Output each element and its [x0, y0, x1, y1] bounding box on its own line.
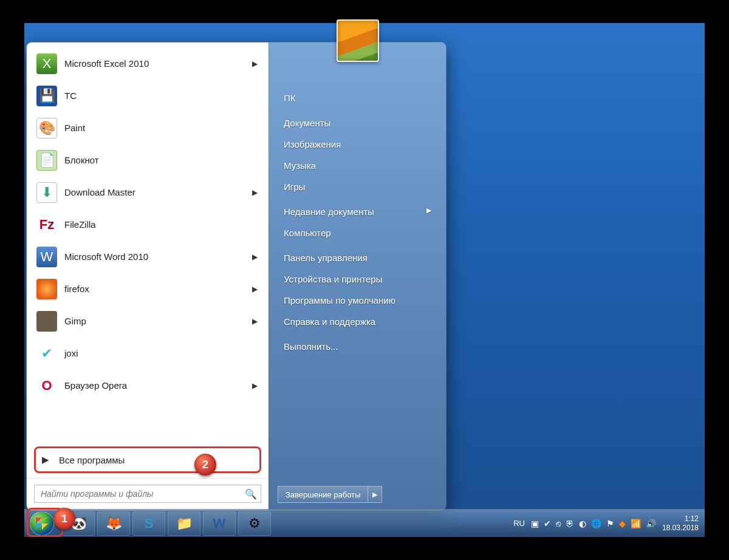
tray-icons: ▣ ✔ ⎋ ⛨ ◐ 🌐 ⚑ ◆ 📶 🔊 [531, 519, 656, 528]
link-label: Выполнить... [284, 341, 338, 352]
link-label: Устройства и принтеры [284, 274, 382, 284]
link-label: Изображения [284, 139, 341, 149]
chevron-right-icon: ▶ [252, 317, 258, 326]
app-icon: ✔ [36, 343, 57, 364]
right-pane-link[interactable]: Недавние документы▶ [278, 201, 437, 222]
program-label: joxi [64, 348, 78, 358]
volume-icon[interactable]: 🔊 [646, 519, 656, 528]
clock-time: 1:12 [662, 514, 699, 523]
app-icon: O [36, 375, 57, 396]
link-label: Панель управления [284, 253, 368, 263]
taskbar-item-skype[interactable]: S [132, 511, 165, 536]
app-icon: 📄 [36, 150, 57, 171]
all-programs-label: Все программы [59, 455, 125, 465]
flag-icon[interactable]: ⚑ [606, 519, 614, 528]
tray-icon[interactable]: ⎋ [556, 519, 561, 528]
annotation-callout-1: 1 [53, 508, 75, 530]
program-label: Блокнот [64, 155, 99, 165]
program-label: Microsoft Word 2010 [64, 251, 148, 262]
shutdown-options-button[interactable]: ▶ [368, 486, 382, 503]
search-box[interactable]: 🔍 [34, 485, 261, 503]
clock-date: 18.03.2018 [662, 524, 699, 532]
app-icon: X [36, 53, 57, 74]
right-pane-link[interactable]: Изображения [278, 134, 437, 155]
right-pane-link[interactable]: Игры [278, 176, 437, 197]
program-label: TC [64, 90, 77, 101]
user-picture[interactable] [337, 19, 379, 62]
right-pane-link[interactable]: Документы [278, 112, 437, 134]
right-pane-link[interactable]: Компьютер [278, 222, 437, 244]
taskbar-item-word[interactable]: W [203, 511, 236, 536]
program-item[interactable]: WMicrosoft Word 2010▶ [30, 241, 265, 273]
search-icon: 🔍 [245, 488, 257, 500]
link-label: Компьютер [284, 228, 331, 238]
start-menu-left-pane: XMicrosoft Excel 2010▶💾TC🎨Paint📄Блокнот⬇… [27, 43, 269, 510]
program-item[interactable]: Gimp▶ [30, 305, 265, 337]
program-item[interactable]: firefox▶ [30, 273, 265, 305]
right-pane-link[interactable]: Музыка [278, 155, 437, 176]
program-item[interactable]: 🎨Paint [30, 112, 265, 144]
shutdown-button[interactable]: Завершение работы [278, 486, 368, 503]
taskbar-item-firefox[interactable]: 🦊 [97, 511, 130, 536]
search-input[interactable] [41, 489, 245, 499]
taskbar: 🐼 🦊 S 📁 W ⚙ RU ▣ ✔ ⎋ ⛨ ◐ 🌐 ⚑ ◆ 📶 🔊 1:12 [24, 509, 705, 537]
chevron-right-icon: ▶ [426, 207, 431, 214]
program-item[interactable]: ✔joxi [30, 337, 265, 369]
program-label: Paint [64, 123, 85, 133]
app-icon [36, 311, 57, 332]
tray-icon[interactable]: ✔ [544, 519, 551, 528]
link-label: Недавние документы [284, 207, 374, 217]
tray-icon[interactable]: ▣ [531, 519, 539, 528]
program-label: Браузер Opera [64, 380, 127, 391]
program-item[interactable]: OБраузер Opera▶ [30, 369, 265, 401]
program-label: FileZilla [64, 219, 96, 230]
chevron-right-icon: ▶ [42, 454, 50, 465]
tray-icon[interactable]: ◆ [619, 519, 626, 528]
chevron-right-icon: ▶ [372, 491, 377, 499]
start-menu-right-pane: ПКДокументыИзображенияМузыкаИгрыНедавние… [269, 43, 446, 510]
taskbar-item-control-panel[interactable]: ⚙ [238, 511, 271, 536]
taskbar-pinned-items: 🐼 🦊 S 📁 W ⚙ [62, 511, 271, 536]
start-menu: XMicrosoft Excel 2010▶💾TC🎨Paint📄Блокнот⬇… [27, 43, 446, 510]
link-label: Программы по умолчанию [284, 295, 395, 306]
right-pane-link[interactable]: ПК [278, 87, 437, 109]
chevron-right-icon: ▶ [252, 60, 258, 68]
shutdown-label: Завершение работы [286, 490, 360, 499]
program-label: Download Master [64, 187, 135, 197]
program-label: firefox [64, 284, 89, 294]
right-pane-link[interactable]: Панель управления [278, 247, 437, 268]
annotation-callout-2: 2 [194, 454, 216, 476]
link-label: Справка и поддержка [284, 316, 375, 327]
chevron-right-icon: ▶ [252, 253, 258, 261]
app-icon [36, 279, 57, 299]
chevron-right-icon: ▶ [252, 285, 258, 293]
right-pane-link[interactable]: Устройства и принтеры [278, 268, 437, 290]
program-item[interactable]: 📄Блокнот [30, 144, 265, 176]
tray-icon[interactable]: ◐ [579, 519, 586, 528]
right-pane-link[interactable]: Справка и поддержка [278, 311, 437, 332]
chevron-right-icon: ▶ [252, 381, 258, 390]
tray-icon[interactable]: ⛨ [566, 519, 574, 528]
windows-logo-icon [30, 511, 54, 536]
app-icon: W [36, 247, 57, 267]
tray-icon[interactable]: 🌐 [591, 519, 601, 528]
right-pane-link[interactable]: Программы по умолчанию [278, 290, 437, 311]
program-list: XMicrosoft Excel 2010▶💾TC🎨Paint📄Блокнот⬇… [27, 46, 269, 442]
taskbar-item-explorer[interactable]: 📁 [168, 511, 200, 536]
program-item[interactable]: FzFileZilla [30, 208, 265, 241]
app-icon: 💾 [36, 86, 57, 106]
right-pane-link[interactable]: Выполнить... [278, 336, 437, 357]
network-icon[interactable]: 📶 [631, 519, 641, 528]
desktop: XMicrosoft Excel 2010▶💾TC🎨Paint📄Блокнот⬇… [24, 23, 705, 537]
all-programs-button[interactable]: ▶ Все программы [34, 446, 261, 473]
program-item[interactable]: XMicrosoft Excel 2010▶ [30, 47, 265, 80]
link-label: Игры [284, 182, 305, 192]
link-label: Документы [284, 118, 330, 128]
language-indicator[interactable]: RU [513, 519, 525, 528]
program-item[interactable]: ⬇Download Master▶ [30, 176, 265, 208]
link-label: Музыка [284, 160, 316, 171]
clock[interactable]: 1:12 18.03.2018 [662, 514, 699, 532]
program-label: Microsoft Excel 2010 [64, 58, 149, 69]
program-item[interactable]: 💾TC [30, 80, 265, 112]
app-icon: Fz [36, 214, 57, 235]
